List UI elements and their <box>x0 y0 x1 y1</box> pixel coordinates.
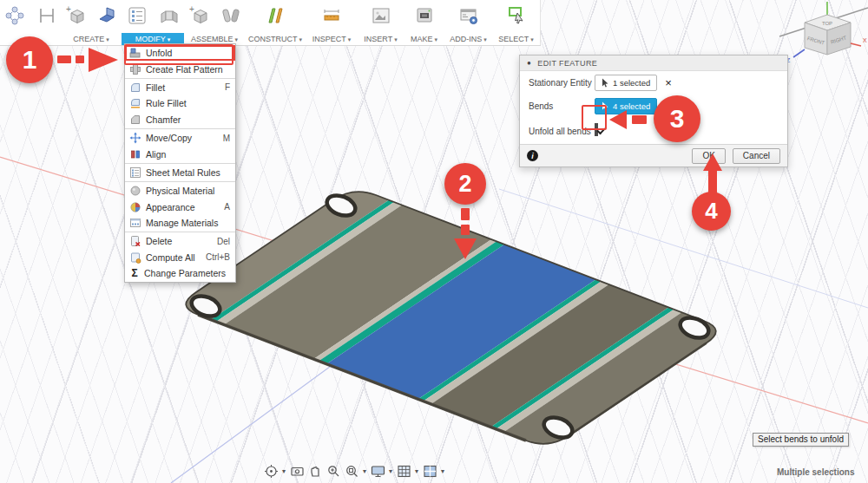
flange-icon[interactable] <box>95 3 120 31</box>
menu-item-label: Chamfer <box>146 114 181 125</box>
sheet-metal-rules-icon <box>129 166 141 179</box>
callout-2-arrowhead <box>454 238 477 259</box>
toolbar-group-select: SELECT▾ <box>492 0 541 45</box>
menu-item-shortcut: M <box>223 134 230 143</box>
menu-item-change-parameters[interactable]: Σ Change Parameters <box>125 265 235 281</box>
menu-item-label: Manage Materials <box>146 218 218 228</box>
prompt-tooltip: Select bends to unfold <box>753 433 849 447</box>
clear-selection-icon[interactable]: × <box>665 77 672 88</box>
navigation-bar: ▾ ▾ ▾ ▾ ▾ <box>263 463 445 479</box>
align-icon <box>129 148 141 160</box>
callout-2: 2 <box>444 163 486 205</box>
select-icon[interactable] <box>504 3 529 31</box>
menu-item-chamfer[interactable]: Chamfer <box>125 112 235 127</box>
drag-grip-icon: ● <box>527 59 531 67</box>
create-base-icon[interactable]: + <box>63 3 88 31</box>
menu-separator <box>125 128 235 129</box>
toolbar-group-make: MAKE▾ <box>404 0 445 45</box>
menu-item-label: Change Parameters <box>144 268 226 278</box>
menu-item-label: Appearance <box>146 202 195 212</box>
joint-icon[interactable] <box>3 3 27 31</box>
print-icon[interactable] <box>412 3 437 31</box>
select-menu-button[interactable]: SELECT▾ <box>492 33 540 45</box>
menu-item-label: Sheet Metal Rules <box>146 167 220 178</box>
zoom-icon[interactable] <box>326 463 341 479</box>
main-toolbar: + CREATE▾ MODIFY▾ + ASSEMBLE▾ CONSTRUCT▾ <box>0 0 541 46</box>
checkbox-highlight-box <box>582 105 607 130</box>
callout-2-arrow-dash <box>461 208 470 220</box>
inspect-menu-button[interactable]: INSPECT▾ <box>306 33 358 45</box>
menu-item-label: Compute All <box>146 252 195 263</box>
appearance-icon <box>129 201 141 213</box>
menu-item-compute-all[interactable]: Compute All Ctrl+B <box>125 250 235 265</box>
caret-icon: ▾ <box>348 36 352 42</box>
construct-plane-icon[interactable] <box>263 3 287 31</box>
menu-item-delete[interactable]: Delete Del <box>125 233 235 249</box>
cancel-button[interactable]: Cancel <box>733 148 780 164</box>
stationary-entity-select-button[interactable]: 1 selected <box>595 75 657 91</box>
info-icon[interactable]: i <box>527 150 538 161</box>
unfold-highlight-box <box>124 44 233 65</box>
dialog-title: EDIT FEATURE <box>537 59 597 68</box>
caret-icon[interactable]: ▾ <box>282 467 286 475</box>
view-cube[interactable]: TOP FRONT RIGHT X Z <box>777 0 868 69</box>
caret-icon: ▾ <box>394 36 398 42</box>
menu-item-appearance[interactable]: Appearance A <box>125 199 235 215</box>
menu-item-sheet-metal-rules[interactable]: Sheet Metal Rules <box>125 165 235 180</box>
menu-separator <box>125 232 235 232</box>
press-brake-icon[interactable] <box>157 3 181 31</box>
callout-4-arrowhead <box>703 153 722 171</box>
caret-icon[interactable]: ▾ <box>363 467 366 475</box>
create-menu-button[interactable]: CREATE▾ <box>61 33 122 45</box>
addins-menu-button[interactable]: ADD-INS▾ <box>444 33 492 45</box>
menu-separator <box>125 163 235 164</box>
menu-item-align[interactable]: Align <box>125 146 235 161</box>
insert-menu-button[interactable]: INSERT▾ <box>358 33 404 45</box>
construct-menu-button[interactable]: CONSTRUCT▾ <box>245 33 306 45</box>
callout-2-arrow-dash <box>461 225 470 235</box>
svg-text:+: + <box>66 4 71 14</box>
addins-icon[interactable] <box>457 3 481 31</box>
callout-1-arrow-dash <box>76 55 84 63</box>
insert-image-icon[interactable] <box>369 3 393 31</box>
measure-icon[interactable] <box>319 3 344 31</box>
z-axis-stub <box>793 49 805 57</box>
caret-icon: ▾ <box>530 36 534 42</box>
grid-settings-icon[interactable] <box>396 463 411 479</box>
dialog-header[interactable]: ● EDIT FEATURE <box>520 55 787 71</box>
viewports-icon[interactable] <box>422 463 437 479</box>
pan-icon[interactable] <box>307 463 323 479</box>
look-at-icon[interactable] <box>289 463 305 479</box>
sheet-metal-plate[interactable] <box>157 176 745 459</box>
assemble-joint-icon[interactable] <box>219 3 243 31</box>
caret-icon[interactable]: ▾ <box>415 467 418 475</box>
compute-all-icon <box>129 251 141 264</box>
orbit-icon[interactable] <box>263 463 279 479</box>
menu-item-rule-fillet[interactable]: Rule Fillet <box>125 95 235 111</box>
menu-item-manage-materials[interactable]: Manage Materials <box>125 215 235 231</box>
caret-icon[interactable]: ▾ <box>389 467 392 475</box>
hole-icon[interactable] <box>35 3 59 31</box>
display-settings-icon[interactable] <box>370 463 385 479</box>
menu-item-fillet[interactable]: Fillet F <box>125 80 235 95</box>
callout-1-arrow-dash <box>57 55 71 63</box>
caret-icon: ▾ <box>235 36 239 42</box>
svg-text:+: + <box>189 4 194 14</box>
callout-4: 4 <box>692 192 731 231</box>
viewcube-top-label[interactable]: TOP <box>822 21 832 26</box>
selection-status: Multiple selections <box>777 467 854 477</box>
modify-panel-icon[interactable] <box>125 3 149 31</box>
callout-1: 1 <box>6 36 53 83</box>
callout-1-arrowhead <box>89 48 118 72</box>
x-axis-label: X <box>863 37 867 43</box>
menu-item-shortcut: F <box>225 82 230 92</box>
stationary-entity-row: Stationary Entity 1 selected × <box>520 71 787 95</box>
callout-3: 3 <box>654 95 700 142</box>
caret-icon[interactable]: ▾ <box>441 467 444 475</box>
menu-item-physical-material[interactable]: Physical Material <box>125 183 235 199</box>
menu-item-label: Move/Copy <box>146 133 192 143</box>
make-menu-button[interactable]: MAKE▾ <box>404 33 444 45</box>
new-component-icon[interactable]: + <box>187 3 211 31</box>
menu-item-move-copy[interactable]: Move/Copy M <box>125 130 235 146</box>
fit-icon[interactable] <box>344 463 359 479</box>
